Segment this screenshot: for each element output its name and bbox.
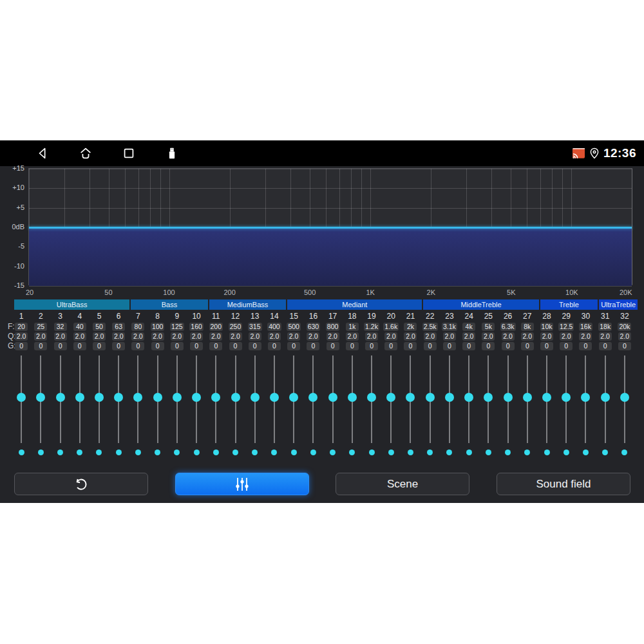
q-value[interactable]: 2.0 xyxy=(229,332,242,341)
gain-slider[interactable] xyxy=(31,355,50,443)
channel-select-dot[interactable] xyxy=(544,450,550,455)
freq-value[interactable]: 32 xyxy=(54,323,67,331)
gain-slider[interactable] xyxy=(343,355,362,443)
gain-value[interactable]: 0 xyxy=(521,342,534,350)
gain-value[interactable]: 0 xyxy=(307,342,319,350)
gain-slider[interactable] xyxy=(128,355,147,443)
gain-slider[interactable] xyxy=(615,355,634,443)
channel-select-dot[interactable] xyxy=(602,450,608,455)
slider-knob[interactable] xyxy=(523,393,532,402)
gain-slider[interactable] xyxy=(576,355,595,443)
q-value[interactable]: 2.0 xyxy=(384,332,397,341)
slider-knob[interactable] xyxy=(367,393,376,402)
channel-select-dot[interactable] xyxy=(38,450,44,455)
channel-select-dot[interactable] xyxy=(330,450,336,455)
channel-number[interactable]: 17 xyxy=(323,312,343,322)
band-header-ultratreble[interactable]: UltraTreble xyxy=(599,299,638,310)
channel-select-dot[interactable] xyxy=(427,450,433,455)
freq-value[interactable]: 10k xyxy=(540,323,554,331)
channel-select-dot[interactable] xyxy=(213,450,219,455)
channel-number[interactable]: 12 xyxy=(225,312,245,322)
cast-icon[interactable] xyxy=(572,147,585,159)
q-value[interactable]: 2.0 xyxy=(287,332,300,341)
freq-value[interactable]: 630 xyxy=(307,323,321,331)
gain-slider[interactable] xyxy=(90,355,109,443)
channel-number[interactable]: 23 xyxy=(440,312,459,322)
freq-value[interactable]: 1.6k xyxy=(383,323,399,331)
slider-knob[interactable] xyxy=(620,393,629,402)
location-icon[interactable] xyxy=(589,146,600,160)
freq-value[interactable]: 8k xyxy=(521,323,534,331)
gain-value[interactable]: 0 xyxy=(424,342,437,350)
freq-value[interactable]: 315 xyxy=(248,323,262,331)
gain-slider[interactable] xyxy=(323,355,343,443)
freq-value[interactable]: 125 xyxy=(170,323,184,331)
gain-value[interactable]: 0 xyxy=(229,342,242,350)
q-value[interactable]: 2.0 xyxy=(462,332,475,341)
freq-value[interactable]: 1k xyxy=(346,323,359,331)
slider-knob[interactable] xyxy=(581,393,590,402)
channel-select-dot[interactable] xyxy=(291,450,297,455)
freq-value[interactable]: 50 xyxy=(93,323,106,331)
gain-value[interactable]: 0 xyxy=(190,342,203,350)
gain-value[interactable]: 0 xyxy=(365,342,378,350)
channel-select-dot[interactable] xyxy=(57,450,63,455)
channel-select-dot[interactable] xyxy=(19,450,24,455)
slider-knob[interactable] xyxy=(445,393,454,402)
slider-knob[interactable] xyxy=(192,393,201,402)
slider-knob[interactable] xyxy=(328,393,337,402)
gain-slider[interactable] xyxy=(440,355,459,443)
slider-knob[interactable] xyxy=(484,393,493,402)
gain-slider[interactable] xyxy=(50,355,70,443)
gain-value[interactable]: 0 xyxy=(443,342,456,350)
home-icon[interactable] xyxy=(79,146,93,160)
slider-knob[interactable] xyxy=(464,393,473,402)
slider-knob[interactable] xyxy=(270,393,279,402)
gain-slider[interactable] xyxy=(70,355,90,443)
channel-select-dot[interactable] xyxy=(116,450,122,455)
q-value[interactable]: 2.0 xyxy=(482,332,495,341)
freq-value[interactable]: 20k xyxy=(618,323,631,331)
q-value[interactable]: 2.0 xyxy=(307,332,319,341)
q-value[interactable]: 2.0 xyxy=(93,332,106,341)
channel-select-dot[interactable] xyxy=(232,450,238,455)
q-value[interactable]: 2.0 xyxy=(346,332,359,341)
freq-value[interactable]: 100 xyxy=(151,323,165,331)
slider-knob[interactable] xyxy=(211,393,220,402)
channel-select-dot[interactable] xyxy=(77,450,82,455)
q-value[interactable]: 2.0 xyxy=(560,332,573,341)
channel-number[interactable]: 5 xyxy=(90,312,109,322)
channel-select-dot[interactable] xyxy=(564,450,569,455)
back-icon[interactable] xyxy=(35,146,50,160)
channel-select-dot[interactable] xyxy=(310,450,316,455)
channel-number[interactable]: 9 xyxy=(167,312,187,322)
slider-knob[interactable] xyxy=(386,393,395,402)
channel-number[interactable]: 29 xyxy=(556,312,576,322)
band-header-ultrabass[interactable]: UltraBass xyxy=(14,299,129,310)
slider-knob[interactable] xyxy=(289,393,298,402)
channel-select-dot[interactable] xyxy=(446,450,452,455)
channel-select-dot[interactable] xyxy=(621,450,627,455)
gain-slider[interactable] xyxy=(401,355,420,443)
gain-slider[interactable] xyxy=(284,355,303,443)
channel-number[interactable]: 13 xyxy=(245,312,265,322)
gain-value[interactable]: 0 xyxy=(346,342,359,350)
gain-slider[interactable] xyxy=(225,355,245,443)
channel-select-dot[interactable] xyxy=(252,450,258,455)
freq-value[interactable]: 6.3k xyxy=(500,323,516,331)
gain-slider[interactable] xyxy=(109,355,128,443)
channel-number[interactable]: 21 xyxy=(401,312,420,322)
q-value[interactable]: 2.0 xyxy=(34,332,47,341)
gain-value[interactable]: 0 xyxy=(618,342,631,350)
slider-knob[interactable] xyxy=(36,393,45,402)
channel-select-dot[interactable] xyxy=(583,450,589,455)
channel-number[interactable]: 22 xyxy=(421,312,440,322)
freq-value[interactable]: 160 xyxy=(189,323,204,331)
channel-number[interactable]: 3 xyxy=(50,312,70,322)
slider-knob[interactable] xyxy=(542,393,551,402)
channel-number[interactable]: 24 xyxy=(459,312,478,322)
slider-knob[interactable] xyxy=(601,393,610,402)
channel-number[interactable]: 30 xyxy=(576,312,595,322)
q-value[interactable]: 2.0 xyxy=(443,332,456,341)
slider-knob[interactable] xyxy=(133,393,142,402)
